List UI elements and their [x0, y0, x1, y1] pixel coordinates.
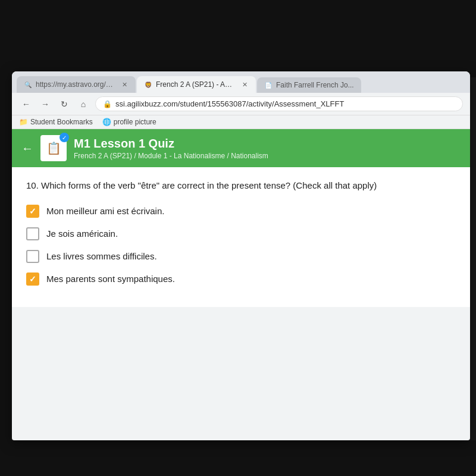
bookmark-student[interactable]: 📁 Student Bookmarks	[19, 118, 93, 126]
tab-bar: 🔍 https://my.astravo.org/FEDashb... ✕ 🦁 …	[12, 71, 470, 93]
tab3-icon: 📄	[264, 81, 273, 89]
bookmark-profile-label: profile picture	[114, 118, 156, 126]
top-bezel	[0, 0, 476, 77]
lock-icon: 🔒	[103, 100, 112, 108]
option-1-text: Mon meilleur ami est écrivain.	[46, 206, 164, 216]
checkbox-2[interactable]	[26, 227, 39, 240]
quiz-icon: 📋 ✓	[40, 135, 67, 161]
option-3-text: Les livres sommes difficiles.	[46, 251, 157, 261]
option-3[interactable]: Les livres sommes difficiles.	[26, 250, 456, 263]
quiz-title: M1 Lesson 1 Quiz	[74, 137, 268, 151]
side-bezel	[0, 0, 12, 476]
checkbox-3[interactable]	[26, 250, 39, 263]
bookmark-student-label: Student Bookmarks	[30, 118, 93, 126]
content-area: ← 📋 ✓ M1 Lesson 1 Quiz French 2 A (SP21)…	[12, 129, 470, 307]
option-1[interactable]: Mon meilleur ami est écrivain.	[26, 205, 456, 218]
tab-activities[interactable]: 🦁 French 2 A (SP21) - Activities ✕	[137, 76, 256, 93]
tab-faith-farrell[interactable]: 📄 Faith Farrell French Jo...	[257, 77, 361, 93]
tab1-icon: 🔍	[24, 80, 32, 89]
question-body: Which forms of the verb "être" are corre…	[41, 180, 377, 190]
checkbox-1[interactable]	[26, 205, 39, 218]
bookmark-profile[interactable]: 🌐 profile picture	[102, 118, 156, 126]
address-input[interactable]: 🔒 ssi.agilixbuzz.com/student/155563087/a…	[95, 96, 463, 111]
tab2-icon: 🦁	[144, 80, 152, 89]
quiz-subtitle: French 2 A (SP21) / Module 1 - La Nation…	[74, 152, 268, 160]
checkmark-badge: ✓	[60, 133, 69, 142]
tab1-label: https://my.astravo.org/FEDashb...	[36, 80, 115, 89]
tab2-close[interactable]: ✕	[240, 80, 249, 89]
question-text: 10. Which forms of the verb "être" are c…	[26, 179, 456, 193]
globe-icon: 🌐	[102, 118, 111, 126]
quiz-header: ← 📋 ✓ M1 Lesson 1 Quiz French 2 A (SP21)…	[12, 129, 470, 167]
bookmarks-bar: 📁 Student Bookmarks 🌐 profile picture	[12, 115, 470, 129]
folder-icon: 📁	[19, 118, 28, 126]
option-2[interactable]: Je sois américain.	[26, 227, 456, 240]
quiz-back-button[interactable]: ←	[21, 142, 33, 155]
question-number: 10.	[26, 180, 39, 190]
checkbox-4[interactable]	[26, 273, 39, 286]
home-button[interactable]: ⌂	[76, 97, 90, 111]
address-bar: ← → ↻ ⌂ 🔒 ssi.agilixbuzz.com/student/155…	[12, 93, 470, 115]
browser-window: 🔍 https://my.astravo.org/FEDashb... ✕ 🦁 …	[12, 71, 470, 440]
question-area: 10. Which forms of the verb "être" are c…	[12, 167, 470, 307]
quiz-icon-symbol: 📋	[46, 141, 61, 155]
option-2-text: Je sois américain.	[46, 228, 118, 239]
tab2-label: French 2 A (SP21) - Activities	[156, 80, 234, 89]
tab3-label: Faith Farrell French Jo...	[276, 81, 354, 89]
option-4[interactable]: Mes parents sont sympathiques.	[26, 273, 456, 286]
bottom-bezel	[0, 440, 476, 476]
back-button[interactable]: ←	[19, 97, 33, 111]
tab1-close[interactable]: ✕	[121, 80, 129, 89]
forward-button[interactable]: →	[38, 97, 52, 111]
quiz-title-block: M1 Lesson 1 Quiz French 2 A (SP21) / Mod…	[74, 137, 268, 160]
address-text: ssi.agilixbuzz.com/student/155563087/act…	[115, 99, 344, 108]
option-4-text: Mes parents sont sympathiques.	[46, 274, 175, 284]
tab-astravo[interactable]: 🔍 https://my.astravo.org/FEDashb... ✕	[17, 76, 136, 93]
refresh-button[interactable]: ↻	[57, 97, 71, 111]
